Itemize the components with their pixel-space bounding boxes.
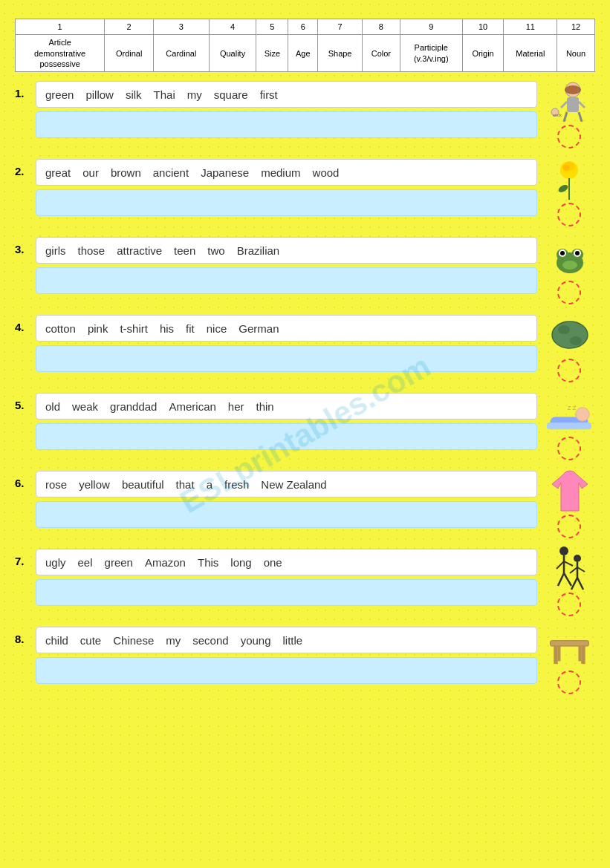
- word: green: [45, 88, 74, 101]
- svg-point-19: [560, 251, 565, 255]
- words-row-1: greenpillowsilkThaimysquarefirst: [36, 81, 537, 108]
- col-num-3: 3: [154, 19, 210, 35]
- word: long: [230, 556, 251, 569]
- svg-line-38: [577, 567, 585, 572]
- word: Chinese: [113, 634, 154, 647]
- exercise-7: 7.uglyeelgreenAmazonThislongone: [15, 549, 595, 616]
- image-area-1: stick: [543, 81, 595, 149]
- image-area-2: [543, 159, 595, 226]
- words-row-6: roseyellowbeautifulthatafreshNew Zealand: [36, 471, 537, 497]
- answer-row-1[interactable]: [36, 111, 537, 138]
- answer-row-6[interactable]: [36, 501, 537, 528]
- word: This: [198, 556, 218, 569]
- svg-line-5: [561, 102, 567, 108]
- old-man-icon: stick: [547, 81, 591, 122]
- svg-line-4: [579, 112, 582, 122]
- word: that: [176, 478, 195, 491]
- word: second: [192, 634, 228, 647]
- table-icon: [547, 627, 591, 668]
- words-row-2: greatourbrownancientJapanesemediumwood: [36, 159, 537, 186]
- word: his: [160, 322, 174, 335]
- col-label-9: Participle (v.3/v.ing): [400, 35, 462, 72]
- word: thin: [256, 400, 274, 413]
- svg-point-11: [562, 165, 570, 171]
- svg-point-20: [575, 251, 580, 255]
- word: Amazon: [145, 556, 186, 569]
- dancers-icon: [547, 549, 591, 590]
- tshirt-icon: [547, 471, 591, 512]
- word: girls: [45, 244, 66, 257]
- svg-line-33: [558, 573, 564, 586]
- exercise-number-1: 1.: [15, 81, 30, 99]
- answer-row-3[interactable]: [36, 267, 537, 294]
- word: child: [45, 634, 68, 647]
- pillow-icon: [547, 315, 591, 356]
- exercise-number-4: 4.: [15, 315, 30, 333]
- word: one: [264, 556, 282, 569]
- word: ugly: [45, 556, 66, 569]
- score-circle-6: [557, 515, 581, 538]
- word: eel: [78, 556, 93, 569]
- word: square: [214, 88, 248, 101]
- svg-line-39: [571, 578, 577, 590]
- answer-row-5[interactable]: [36, 423, 537, 450]
- col-num-6: 6: [288, 19, 318, 35]
- svg-line-31: [557, 561, 564, 569]
- answer-row-4[interactable]: [36, 345, 537, 372]
- col-num-4: 4: [209, 19, 256, 35]
- svg-rect-41: [551, 641, 589, 646]
- word: weak: [72, 400, 98, 413]
- word: Japanese: [201, 166, 249, 179]
- word: beautiful: [122, 478, 164, 491]
- col-label-1: Article demonstrative possessive: [16, 35, 105, 72]
- word: nice: [207, 322, 227, 335]
- svg-text:stick: stick: [553, 113, 562, 117]
- exercise-6: 6.roseyellowbeautifulthatafreshNew Zeala…: [15, 471, 595, 538]
- word: two: [207, 244, 224, 257]
- col-num-2: 2: [105, 19, 154, 35]
- col-num-9: 9: [400, 19, 462, 35]
- svg-point-1: [565, 85, 581, 94]
- col-label-8: Color: [362, 35, 400, 72]
- answer-row-7[interactable]: [36, 579, 537, 606]
- svg-rect-27: [547, 422, 591, 429]
- svg-line-32: [564, 561, 573, 566]
- exercise-3: 3.girlsthoseattractiveteentwoBrazilian: [15, 237, 595, 304]
- svg-point-23: [558, 325, 570, 334]
- word: my: [187, 88, 202, 101]
- exercise-number-8: 8.: [15, 627, 30, 645]
- exercise-1: 1.greenpillowsilkThaimysquarefirst stick: [15, 81, 595, 149]
- word: brown: [111, 166, 141, 179]
- word: her: [228, 400, 244, 413]
- answer-row-2[interactable]: [36, 189, 537, 216]
- svg-rect-44: [558, 646, 561, 661]
- svg-point-24: [570, 336, 582, 345]
- score-circle-2: [557, 203, 581, 226]
- exercise-5: 5.oldweakgranddadAmericanherthin z z: [15, 393, 595, 460]
- exercise-2: 2.greatourbrownancientJapanesemediumwood: [15, 159, 595, 226]
- col-label-10: Origin: [462, 35, 504, 72]
- score-circle-5: [557, 437, 581, 460]
- image-area-4: [543, 315, 595, 382]
- word: green: [105, 556, 133, 569]
- svg-line-37: [570, 567, 577, 573]
- word: our: [82, 166, 99, 179]
- svg-rect-2: [567, 97, 579, 112]
- col-num-5: 5: [256, 19, 288, 35]
- frog-icon: [547, 237, 591, 278]
- answer-row-8[interactable]: [36, 657, 537, 684]
- words-row-8: childcuteChinesemysecondyounglittle: [36, 627, 537, 653]
- words-row-4: cottonpinkt-shirthisfitniceGerman: [36, 315, 537, 342]
- word: granddad: [110, 400, 157, 413]
- word: attractive: [117, 244, 162, 257]
- word: great: [45, 166, 71, 179]
- svg-rect-43: [581, 646, 585, 664]
- word: silk: [126, 88, 142, 101]
- word: cotton: [45, 322, 76, 335]
- svg-point-13: [557, 183, 568, 194]
- word: pink: [88, 322, 108, 335]
- words-row-7: uglyeelgreenAmazonThislongone: [36, 549, 537, 575]
- col-num-8: 8: [362, 19, 400, 35]
- col-label-6: Age: [288, 35, 318, 72]
- exercise-number-7: 7.: [15, 549, 30, 567]
